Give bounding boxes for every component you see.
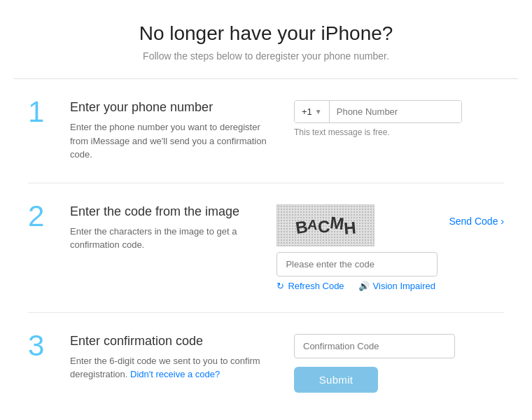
refresh-icon: ↻ xyxy=(276,281,284,291)
free-text-label: This text message is free. xyxy=(294,127,390,137)
step-2: 2 Enter the code from the image Enter th… xyxy=(28,183,504,313)
confirmation-code-input[interactable] xyxy=(294,334,455,358)
step-2-heading: Enter the code from the image xyxy=(70,204,262,219)
captcha-section: BACMH ↻ Refresh Code 🔊 Vision Impaired xyxy=(276,204,438,291)
refresh-code-label: Refresh Code xyxy=(288,281,344,291)
country-code-selector[interactable]: +1 ▼ xyxy=(295,101,330,122)
captcha-letter-3: C xyxy=(317,216,330,237)
step-3-heading: Enter confirmation code xyxy=(70,334,280,349)
send-code-link[interactable]: Send Code › xyxy=(438,216,504,227)
step-3: 3 Enter confirmation code Enter the 6-di… xyxy=(28,313,504,414)
phone-row: +1 ▼ xyxy=(294,100,462,123)
captcha-letter-5: H xyxy=(343,218,357,238)
step-2-description: Enter the characters in the image to get… xyxy=(70,225,262,252)
step-1-number: 1 xyxy=(28,97,63,127)
captcha-input[interactable] xyxy=(276,252,438,276)
step-2-controls: BACMH ↻ Refresh Code 🔊 Vision Impaired xyxy=(262,204,504,291)
captcha-links: ↻ Refresh Code 🔊 Vision Impaired xyxy=(276,281,438,291)
step-3-content: Enter confirmation code Enter the 6-digi… xyxy=(63,334,280,382)
captcha-letters: BACMH xyxy=(295,216,356,235)
steps-container: 1 Enter your phone number Enter the phon… xyxy=(0,79,532,414)
step-1: 1 Enter your phone number Enter the phon… xyxy=(28,79,504,183)
step-1-heading: Enter your phone number xyxy=(70,100,280,115)
send-code-label: Send Code › xyxy=(449,216,504,227)
refresh-code-link[interactable]: ↻ Refresh Code xyxy=(276,281,344,291)
phone-number-input[interactable] xyxy=(330,101,461,122)
vision-impaired-label: Vision Impaired xyxy=(373,281,435,291)
step-3-number: 3 xyxy=(28,331,63,360)
step-1-description: Enter the phone number you want to dereg… xyxy=(70,120,280,162)
captcha-row: BACMH ↻ Refresh Code 🔊 Vision Impaired xyxy=(276,204,504,291)
no-code-link[interactable]: Didn't receive a code? xyxy=(130,369,220,379)
page-header: No longer have your iPhone? Follow the s… xyxy=(0,0,532,78)
vision-impaired-link[interactable]: 🔊 Vision Impaired xyxy=(358,281,435,291)
country-code-value: +1 xyxy=(302,106,312,117)
step-1-content: Enter your phone number Enter the phone … xyxy=(63,100,280,162)
speaker-icon: 🔊 xyxy=(358,281,370,291)
page-subtitle: Follow the steps below to deregister you… xyxy=(14,50,518,62)
step-3-description: Enter the 6-digit code we sent to you to… xyxy=(70,354,280,382)
step-3-controls: Submit xyxy=(280,334,504,393)
captcha-image: BACMH xyxy=(276,204,374,246)
step-2-number: 2 xyxy=(28,202,63,231)
submit-button[interactable]: Submit xyxy=(294,367,378,393)
chevron-down-icon: ▼ xyxy=(315,108,322,115)
step-1-controls: +1 ▼ This text message is free. xyxy=(280,100,504,137)
step-2-content: Enter the code from the image Enter the … xyxy=(63,204,262,252)
page-title: No longer have your iPhone? xyxy=(14,22,518,45)
